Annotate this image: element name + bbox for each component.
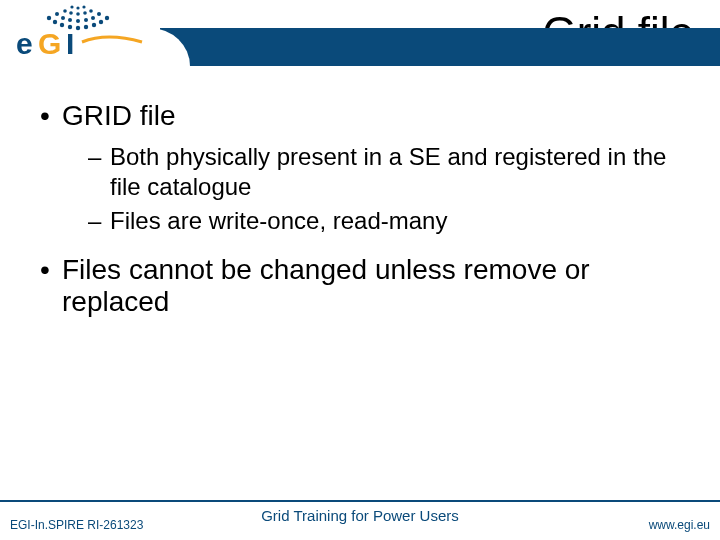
slide-content: GRID file Both physically present in a S… [0,70,720,318]
slide-header: Grid file e G I [0,0,720,70]
svg-point-11 [84,18,88,22]
logo-area: e G I [0,0,160,70]
svg-point-16 [76,12,80,16]
footer-center-text: Grid Training for Power Users [0,507,720,524]
footer-divider [0,500,720,502]
svg-point-5 [53,20,57,24]
footer-right-text: www.egi.eu [649,518,710,532]
svg-text:I: I [66,28,74,60]
bullet-item: Files are write-once, read-many [34,206,686,236]
svg-point-15 [97,12,101,16]
svg-point-21 [76,6,79,9]
bullet-item: Files cannot be changed unless remove or… [34,254,686,318]
svg-point-17 [69,11,73,15]
svg-point-6 [99,20,103,24]
svg-point-7 [47,16,51,20]
svg-point-20 [89,9,93,13]
svg-point-9 [76,19,80,23]
egi-logo-text-icon: e G I [12,28,152,62]
bullet-item: GRID file [34,100,686,132]
svg-point-22 [70,5,73,8]
svg-point-12 [61,16,65,20]
svg-point-3 [60,23,64,27]
svg-point-13 [91,16,95,20]
svg-point-14 [55,12,59,16]
svg-point-8 [105,16,109,20]
svg-text:G: G [38,28,61,60]
svg-text:e: e [16,28,33,60]
svg-point-19 [63,9,67,13]
svg-point-23 [82,5,85,8]
bullet-item: Both physically present in a SE and regi… [34,142,686,202]
svg-point-10 [68,18,72,22]
slide-footer: EGI-In.SPIRE RI-261323 Grid Training for… [0,500,720,540]
svg-point-4 [92,23,96,27]
svg-point-18 [83,11,87,15]
